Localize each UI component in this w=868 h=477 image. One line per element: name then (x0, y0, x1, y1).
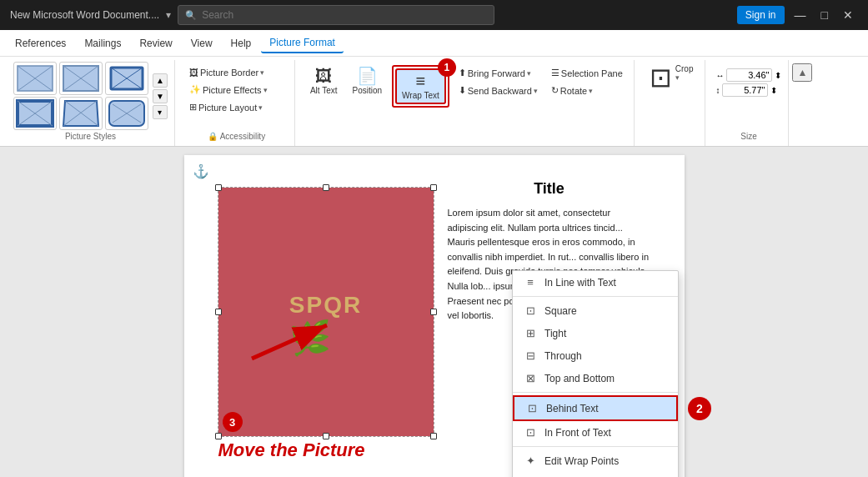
picture-style-1[interactable] (13, 62, 57, 95)
sign-in-button[interactable]: Sign in (737, 6, 785, 24)
red-arrow-container (243, 317, 344, 369)
inline-label: In Line with Text (544, 277, 616, 289)
ribbon-collapse-button[interactable]: ▲ (792, 63, 812, 82)
close-button[interactable]: ✕ (838, 8, 858, 22)
topbottom-icon: ⊠ (523, 372, 538, 384)
crop-label: Crop (675, 64, 694, 73)
wrap-topbottom[interactable]: ⊠ Top and Bottom (513, 367, 678, 389)
layout-dropdown-arrow: ▾ (258, 103, 263, 112)
wrap-inline[interactable]: ≡ In Line with Text (513, 271, 678, 294)
handle-bl[interactable] (215, 433, 222, 439)
height-icon: ↕ (715, 86, 720, 95)
image-container[interactable]: SPQR 🌿 3 Move the Picture (218, 187, 434, 437)
infront-label: In Front of Text (544, 427, 611, 439)
doc-content-wrapper: ⚓ (0, 147, 868, 477)
picture-style-6[interactable] (105, 97, 148, 130)
divider-3 (513, 446, 678, 447)
menu-mailings[interactable]: Mailings (76, 34, 129, 53)
styles-expand-button[interactable]: ▾ (153, 105, 168, 119)
width-icon: ↔ (715, 71, 724, 80)
picture-effects-button[interactable]: ✨ Picture Effects ▾ (185, 82, 288, 98)
move-with-text[interactable]: ✓ Move with Text (513, 472, 678, 477)
title-dropdown-icon[interactable]: ▾ (166, 9, 171, 21)
ribbon-picture-styles: ▲ ▼ ▾ Picture Styles (7, 60, 175, 146)
effects-dropdown-arrow: ▾ (263, 86, 268, 94)
ribbon-picture-controls: 🖼 Picture Border ▾ ✨ Picture Effects ▾ ⊞… (178, 60, 295, 146)
annotation-1: 1 (438, 58, 456, 77)
handle-tr[interactable] (430, 184, 437, 191)
handle-ml[interactable] (215, 309, 222, 315)
picture-styles-label: Picture Styles (65, 130, 116, 144)
selection-rotate-group: ☰ Selection Pane ↻ Rotate ▾ (547, 65, 627, 98)
styles-grid-row1 (13, 62, 148, 95)
forward-backward-group: ⬆ Bring Forward ▾ ⬇ Send Backward ▾ (454, 65, 542, 98)
edit-wrap-points[interactable]: ✦ Edit Wrap Points (513, 449, 678, 472)
title-bar-actions: Sign in — □ ✕ (737, 6, 858, 24)
picture-border-button[interactable]: 🖼 Picture Border ▾ (185, 65, 288, 80)
picture-style-3[interactable] (105, 62, 148, 95)
handle-mr[interactable] (430, 309, 437, 315)
height-input[interactable] (722, 83, 768, 97)
wrap-tight[interactable]: ⊞ Tight (513, 322, 678, 344)
size-label: Size (740, 130, 756, 144)
handle-bc[interactable] (323, 433, 329, 439)
picture-style-4[interactable] (13, 97, 57, 130)
menu-review[interactable]: Review (131, 34, 180, 53)
ribbon-collapse: ▲ (792, 60, 812, 146)
height-stepper[interactable]: ⬍ (770, 86, 777, 95)
forward-arrow: ▾ (527, 69, 531, 78)
menu-picture-format[interactable]: Picture Format (261, 33, 344, 53)
bring-forward-button[interactable]: ⬆ Bring Forward ▾ (454, 65, 542, 81)
styles-nav: ▲ ▼ ▾ (153, 73, 168, 119)
bring-forward-icon: ⬆ (459, 68, 466, 78)
rotate-button[interactable]: ↻ Rotate ▾ (547, 83, 627, 98)
menu-help[interactable]: Help (223, 34, 260, 53)
arrange-row: 🖼 Alt Text 📄 Position ≡ Wrap Text 1 ⬆ (305, 62, 627, 108)
search-input[interactable] (202, 9, 487, 21)
selection-icon: ☰ (551, 68, 559, 78)
picture-effects-label: Picture Effects (203, 85, 262, 95)
inline-icon: ≡ (523, 276, 538, 289)
divider-1 (513, 296, 678, 297)
menu-view[interactable]: View (183, 34, 221, 53)
picture-style-2[interactable] (59, 62, 103, 95)
ribbon-crop: ⊡ Crop ▾ (638, 60, 706, 146)
search-box[interactable]: 🔍 (178, 5, 494, 25)
handle-tc[interactable] (323, 184, 329, 191)
maximize-button[interactable]: □ (816, 8, 833, 22)
width-input[interactable] (726, 68, 772, 82)
wrap-text-highlight: ≡ Wrap Text 1 (392, 65, 449, 108)
position-button[interactable]: 📄 Position (348, 65, 388, 98)
wrap-text-dropdown: ≡ In Line with Text ⊡ Square ⊞ Tight ⊟ T… (512, 270, 679, 477)
width-stepper[interactable]: ⬍ (775, 71, 781, 80)
wrap-behind[interactable]: ⊡ Behind Text (513, 395, 678, 421)
crop-arrow: ▾ (675, 73, 680, 82)
move-text: Move the Picture (218, 439, 365, 461)
divider-2 (513, 392, 678, 393)
alt-text-button[interactable]: 🖼 Alt Text (305, 65, 343, 98)
selection-pane-label: Selection Pane (561, 68, 623, 78)
svg-line-20 (252, 325, 327, 359)
crop-button[interactable]: ⊡ Crop ▾ (645, 62, 699, 93)
handle-tl[interactable] (215, 184, 222, 191)
rotate-icon: ↻ (551, 85, 559, 96)
selection-pane-button[interactable]: ☰ Selection Pane (547, 65, 627, 81)
picture-layout-button[interactable]: ⊞ Picture Layout ▾ (185, 99, 288, 115)
minimize-button[interactable]: — (790, 8, 811, 22)
wrap-through[interactable]: ⊟ Through (513, 344, 678, 367)
styles-down-button[interactable]: ▼ (153, 89, 168, 103)
picture-style-5[interactable] (59, 97, 103, 130)
handle-br[interactable] (430, 433, 437, 439)
wrap-square[interactable]: ⊡ Square (513, 299, 678, 322)
anchor-icon: ⚓ (193, 163, 209, 179)
send-backward-button[interactable]: ⬇ Send Backward ▾ (454, 83, 542, 98)
width-row: ↔ ⬍ (715, 68, 781, 82)
behind-text-row: ⊡ Behind Text 2 (513, 395, 678, 421)
wrap-infront[interactable]: ⊡ In Front of Text (513, 421, 678, 444)
styles-up-button[interactable]: ▲ (153, 73, 168, 88)
wrap-text-button[interactable]: ≡ Wrap Text 1 (395, 68, 446, 104)
app-title: New Microsoft Word Document.... (10, 9, 159, 21)
behind-label: Behind Text (546, 403, 599, 414)
alt-text-label: Alt Text (310, 86, 338, 95)
menu-references[interactable]: References (7, 34, 74, 53)
